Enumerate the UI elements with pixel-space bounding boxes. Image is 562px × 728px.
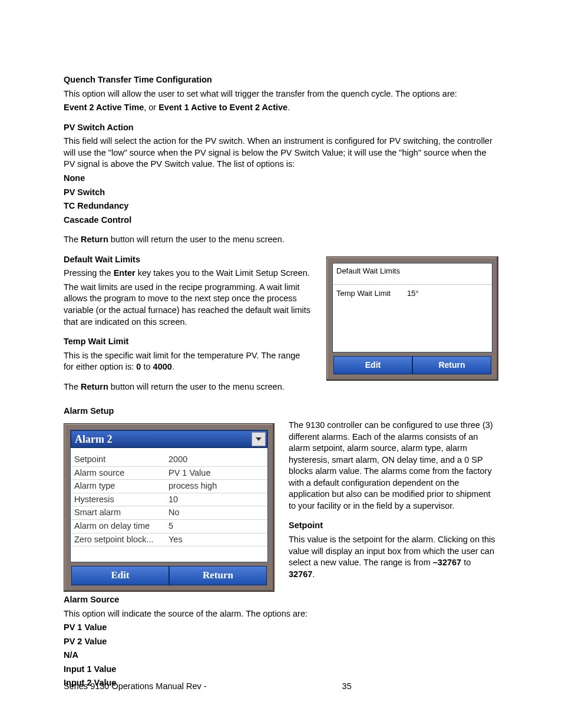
return-button[interactable]: Return (169, 566, 267, 585)
cell: Yes (168, 534, 183, 546)
para-alarm-source: This option will indicate the source of … (64, 608, 498, 620)
cell: Alarm source (74, 467, 168, 479)
page-number: 35 (342, 681, 352, 693)
cell: process high (168, 480, 217, 492)
chevron-down-icon (252, 432, 266, 446)
heading-alarm-source: Alarm Source (64, 594, 498, 606)
text: . (312, 569, 315, 579)
figure-default-wait-limits: Default Wait Limits Temp Wait Limit 15° … (326, 256, 498, 381)
opt-pv-switch: PV Switch (64, 187, 498, 199)
figure-alarm-setup: Alarm 2 Setpoint2000 Alarm sourcePV 1 Va… (64, 423, 275, 592)
text-bold: –32767 (433, 558, 461, 567)
text: Pressing the (64, 268, 114, 278)
svg-marker-0 (256, 437, 262, 441)
text: . (287, 103, 290, 112)
para-pvswitch: This field will select the action for th… (64, 136, 498, 170)
para-quench-opts: Event 2 Active Time, or Event 1 Active t… (64, 102, 498, 114)
text: The (64, 382, 81, 391)
cell: Smart alarm (74, 507, 168, 519)
cell: 2000 (168, 454, 187, 466)
text: . (172, 362, 174, 371)
text-bold: Enter (114, 268, 135, 278)
row-value: 15° (407, 288, 419, 299)
dropdown-label: Alarm 2 (75, 432, 252, 446)
opt-na: N/A (64, 650, 498, 661)
opt-input1: Input 1 Value (64, 664, 498, 676)
cell: Hysteresis (74, 494, 168, 506)
alarm-dropdown[interactable]: Alarm 2 (71, 430, 267, 448)
text: button will return the user to the menu … (108, 382, 285, 391)
text-bold: Return (81, 235, 108, 244)
figure-title: Default Wait Limits (333, 263, 492, 285)
cell: Alarm type (74, 480, 168, 492)
text-bold: Event 1 Active to Event 2 Active (158, 103, 287, 112)
cell: Setpoint (74, 454, 168, 466)
text: to (141, 362, 153, 371)
opt-pv2: PV 2 Value (64, 636, 498, 648)
text-bold: Event 2 Active Time (64, 103, 144, 112)
alarm-grid: Setpoint2000 Alarm sourcePV 1 Value Alar… (71, 448, 267, 562)
text: , or (144, 103, 158, 112)
edit-button[interactable]: Edit (333, 356, 412, 374)
para-quench: This option will allow the user to set w… (64, 88, 498, 100)
heading-quench: Quench Transfer Time Configuration (64, 74, 498, 86)
heading-pv-switch: PV Switch Action (64, 122, 498, 134)
opt-pv1: PV 1 Value (64, 622, 498, 634)
opt-tc-redundancy: TC Redundancy (64, 200, 498, 212)
para-return-1: The Return button will return the user t… (64, 234, 498, 246)
text: The (64, 235, 81, 244)
return-button[interactable]: Return (412, 356, 491, 374)
page-footer: Series 9130 Operations Manual Rev - 35 (64, 681, 498, 693)
text: key takes you to the Wait Limit Setup Sc… (135, 268, 310, 278)
cell: No (168, 507, 180, 519)
text: This is the specific wait limit for the … (64, 351, 300, 372)
text: button will return the user to the menu … (108, 235, 285, 244)
edit-button[interactable]: Edit (71, 566, 169, 585)
text: to (461, 558, 471, 567)
cell: Zero setpoint block... (74, 534, 168, 546)
text: This option will allow the user to set w… (64, 89, 457, 98)
opt-none: None (64, 173, 498, 185)
row-label: Temp Wait Limit (336, 288, 407, 299)
opt-cascade: Cascade Control (64, 215, 498, 226)
text-bold: Return (81, 382, 108, 391)
para-return-2: The Return button will return the user t… (64, 381, 498, 393)
text-bold: 4000 (153, 362, 172, 371)
heading-alarm-setup: Alarm Setup (64, 406, 498, 417)
cell: Alarm on delay time (74, 521, 168, 532)
cell: 10 (168, 494, 178, 506)
cell: 5 (168, 521, 173, 532)
cell: PV 1 Value (168, 467, 210, 479)
footer-title: Series 9130 Operations Manual Rev - (64, 681, 207, 693)
text-bold: 32767 (289, 569, 312, 579)
